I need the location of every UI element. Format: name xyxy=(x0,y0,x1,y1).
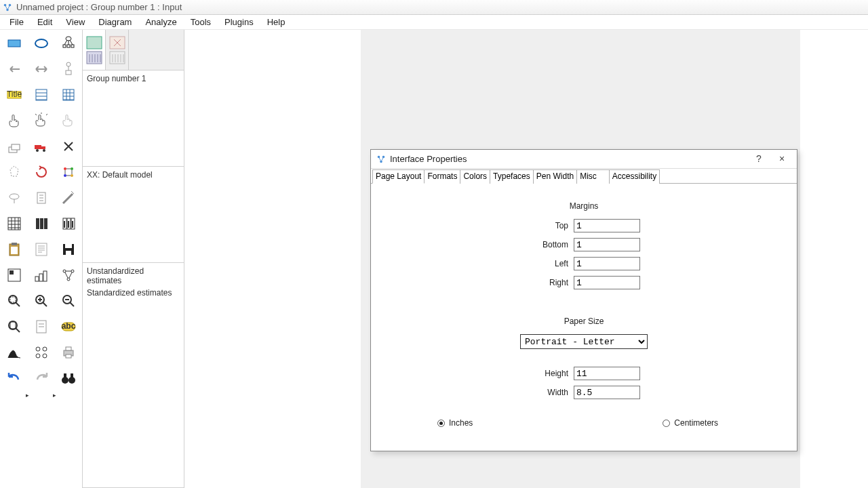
svg-point-9 xyxy=(66,62,71,66)
estimates-unstd[interactable]: Unstandardized estimates xyxy=(87,265,180,287)
redo-icon xyxy=(33,370,50,386)
tool-undo[interactable] xyxy=(1,366,27,390)
tool-multi-group[interactable] xyxy=(28,340,54,365)
margin-bottom-input[interactable] xyxy=(574,238,640,251)
margin-left-input[interactable] xyxy=(574,257,640,270)
svg-rect-64 xyxy=(66,354,71,358)
tool-select-all[interactable] xyxy=(28,108,54,133)
dialog-titlebar[interactable]: Interface Properties ? × xyxy=(371,150,797,169)
zoom-page-icon xyxy=(6,319,22,335)
units-inches-radio[interactable]: Inches xyxy=(437,418,473,428)
tool-latent[interactable] xyxy=(56,31,81,56)
tool-erase[interactable] xyxy=(56,134,81,159)
menu-help[interactable]: Help xyxy=(260,16,292,28)
tab-formats[interactable]: Formats xyxy=(425,169,460,184)
tool-page-prev[interactable]: ▸ xyxy=(26,392,29,404)
tool-text-output[interactable] xyxy=(28,237,54,262)
tool-loupe[interactable]: abc xyxy=(56,314,81,339)
menu-analyze[interactable]: Analyze xyxy=(138,16,183,28)
tool-preserve-sym[interactable] xyxy=(56,263,81,287)
tool-zoom-out[interactable] xyxy=(56,289,81,313)
tab-colors[interactable]: Colors xyxy=(460,169,490,184)
menu-tools[interactable]: Tools xyxy=(184,16,218,28)
group-item[interactable]: Group number 1 xyxy=(87,73,180,85)
svg-rect-36 xyxy=(11,247,18,254)
tool-list-vars[interactable] xyxy=(28,83,54,107)
tool-rotate[interactable] xyxy=(28,160,54,184)
dialog-help-button[interactable]: ? xyxy=(749,152,768,166)
svg-point-48 xyxy=(67,278,70,281)
output-tab-icon xyxy=(108,35,126,65)
tool-arrow-left[interactable] xyxy=(1,57,27,81)
tab-page-layout[interactable]: Page Layout xyxy=(372,169,425,184)
menu-edit[interactable]: Edit xyxy=(31,16,59,28)
tool-spec-search[interactable] xyxy=(56,366,81,390)
tool-select-one[interactable] xyxy=(1,108,27,133)
tool-ellipse[interactable] xyxy=(28,31,54,56)
tool-arrow-both[interactable] xyxy=(28,57,54,81)
tool-reflect[interactable] xyxy=(56,160,81,184)
paper-height-input[interactable] xyxy=(574,367,640,380)
margin-top-input[interactable] xyxy=(574,219,640,232)
panel-tab-input[interactable] xyxy=(83,30,106,70)
paper-size-select[interactable]: Portrait - Letter xyxy=(520,334,648,349)
drag-props-icon xyxy=(33,267,50,283)
tool-deselect[interactable] xyxy=(56,108,81,133)
tool-redo[interactable] xyxy=(28,366,54,390)
menu-file[interactable]: File xyxy=(3,16,31,28)
tool-title[interactable]: Title xyxy=(1,83,27,107)
tool-move-param[interactable] xyxy=(1,186,27,210)
svg-rect-35 xyxy=(12,243,17,245)
tool-save[interactable] xyxy=(56,237,81,262)
units-cm-radio[interactable]: Centimeters xyxy=(663,418,718,428)
tool-zoom-page[interactable] xyxy=(1,314,27,339)
data-table-icon xyxy=(6,216,22,232)
tab-misc[interactable]: Misc xyxy=(577,169,610,184)
paper-width-input[interactable] xyxy=(574,386,640,399)
tool-scroll[interactable] xyxy=(28,186,54,210)
drawing-canvas[interactable] xyxy=(184,30,361,488)
tool-duplicate[interactable] xyxy=(1,134,27,159)
tool-touch-up[interactable] xyxy=(56,186,81,210)
tool-data-tables[interactable] xyxy=(1,211,27,236)
tool-print[interactable] xyxy=(56,340,81,365)
tool-move[interactable] xyxy=(28,134,54,159)
svg-rect-8 xyxy=(71,45,74,47)
tool-drag-props[interactable] xyxy=(28,263,54,287)
tool-clipboard[interactable] xyxy=(1,237,27,262)
margin-right-input[interactable] xyxy=(574,276,640,289)
svg-point-21 xyxy=(64,167,66,170)
menu-diagram[interactable]: Diagram xyxy=(92,16,138,28)
svg-rect-67 xyxy=(64,373,66,378)
menu-view[interactable]: View xyxy=(59,16,92,28)
tool-error[interactable] xyxy=(56,57,81,81)
tool-shape-change[interactable] xyxy=(1,160,27,184)
tab-typefaces[interactable]: Typefaces xyxy=(490,169,534,184)
svg-point-59 xyxy=(43,347,47,351)
svg-rect-17 xyxy=(35,145,41,149)
tool-zoom-in[interactable] xyxy=(28,289,54,313)
menu-plugins[interactable]: Plugins xyxy=(218,16,260,28)
model-item[interactable]: XX: Default model xyxy=(87,169,180,181)
tool-bayesian[interactable] xyxy=(1,340,27,365)
tool-zoom-area[interactable] xyxy=(1,289,27,313)
estimates-std[interactable]: Standardized estimates xyxy=(87,287,180,299)
tab-accessibility[interactable]: Accessibility xyxy=(610,169,660,184)
panel-tab-output[interactable] xyxy=(106,30,129,70)
tool-dataset-vars[interactable] xyxy=(56,83,81,107)
tool-page-next[interactable]: ▸ xyxy=(53,392,56,404)
dialog-close-button[interactable]: × xyxy=(772,152,791,166)
svg-rect-69 xyxy=(87,37,102,49)
arrow-left-icon xyxy=(6,61,22,77)
svg-rect-37 xyxy=(36,243,47,256)
tab-pen-width[interactable]: Pen Width xyxy=(534,169,577,184)
tool-object-props[interactable] xyxy=(1,263,27,287)
svg-point-5 xyxy=(66,37,71,41)
toolbox: Title xyxy=(0,30,83,488)
canvas-area[interactable]: Interface Properties ? × Page Layout For… xyxy=(184,30,868,488)
tool-calc-estimates[interactable] xyxy=(56,211,81,236)
tool-fit-page[interactable] xyxy=(28,314,54,339)
tool-analysis-props[interactable] xyxy=(28,211,54,236)
tool-rectangle[interactable] xyxy=(1,31,27,56)
undo-icon xyxy=(6,370,22,386)
